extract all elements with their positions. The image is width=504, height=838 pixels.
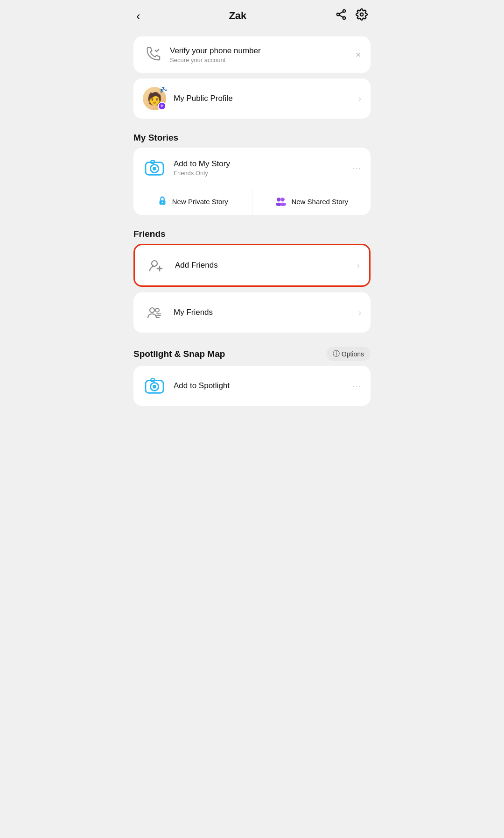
svg-point-12 [277,198,280,201]
verify-phone-row[interactable]: Verify your phone number Secure your acc… [133,36,371,73]
my-friends-chevron: › [358,308,361,318]
svg-point-13 [281,198,285,201]
header: ‹ Zak [126,0,378,30]
svg-point-11 [161,202,163,203]
new-shared-story-label: New Shared Story [291,198,348,206]
story-bottom-row: New Private Story New Shared Story [133,188,371,215]
spotlight-camera-icon [143,374,166,398]
new-shared-story-button[interactable]: New Shared Story [252,188,371,215]
svg-point-19 [150,308,154,312]
my-friends-main: My Friends [174,308,351,317]
svg-line-3 [339,15,343,18]
back-button[interactable]: ‹ [136,9,140,23]
options-label: Options [342,350,364,358]
add-story-text: Add to My Story Friends Only [174,159,344,177]
spotlight-card: Add to Spotlight ··· [133,366,371,406]
page-title: Zak [229,10,246,22]
add-friends-main: Add Friends [175,261,350,270]
svg-point-20 [155,308,159,312]
shared-story-people-icon [274,196,287,207]
friends-section-label: Friends [133,229,371,239]
spotlight-main: Add to Spotlight [174,381,344,391]
gear-icon[interactable] [356,8,368,23]
my-friends-text: My Friends [174,308,351,317]
add-friends-row[interactable]: Add Friends › [135,245,369,285]
phone-verify-icon [143,45,162,64]
verify-phone-text: Verify your phone number Secure your acc… [170,46,348,64]
spotlight-options-button[interactable]: ⓘ Options [326,347,371,361]
add-friends-chevron: › [357,261,360,270]
public-profile-main: My Public Profile [174,94,351,103]
lock-icon [157,196,168,207]
avatar-plus-icon: + [158,102,166,110]
spotlight-section-header: Spotlight & Snap Map ⓘ Options [133,347,371,361]
my-stories-section-label: My Stories [133,133,371,143]
spotlight-text: Add to Spotlight [174,381,344,391]
add-friends-card: Add Friends › [133,244,371,287]
add-story-sub: Friends Only [174,170,344,177]
spotlight-dots[interactable]: ··· [352,381,361,391]
add-spotlight-row[interactable]: Add to Spotlight ··· [133,366,371,406]
svg-line-4 [339,12,343,14]
my-friends-icon [143,301,166,324]
public-profile-row[interactable]: 🧑 💤 + My Public Profile › [133,78,371,119]
add-friends-text: Add Friends [175,261,350,270]
svg-point-5 [360,13,364,16]
stories-card: Add to My Story Friends Only ··· New Pri… [133,148,371,215]
verify-phone-main: Verify your phone number [170,46,348,56]
svg-point-15 [280,203,286,206]
bitmoji-avatar: 🧑 💤 + [143,87,166,110]
add-story-camera-icon [143,156,166,179]
verify-phone-card: Verify your phone number Secure your acc… [133,36,371,73]
spotlight-section-label: Spotlight & Snap Map [133,349,225,359]
avatar-face: 🧑 💤 + [143,87,166,110]
svg-point-16 [152,261,157,266]
my-friends-row[interactable]: My Friends › [133,292,371,333]
public-profile-chevron: › [358,94,361,104]
share-icon[interactable] [335,8,347,23]
public-profile-text: My Public Profile [174,94,351,103]
svg-point-26 [153,385,156,389]
my-friends-card: My Friends › [133,292,371,333]
new-private-story-button[interactable]: New Private Story [133,188,252,215]
public-profile-card: 🧑 💤 + My Public Profile › [133,78,371,119]
add-friend-icon [144,254,168,277]
add-story-row[interactable]: Add to My Story Friends Only ··· [133,148,371,188]
info-icon: ⓘ [333,349,340,358]
new-private-story-label: New Private Story [172,198,228,206]
verify-phone-close[interactable]: ✕ [355,50,361,59]
add-story-main: Add to My Story [174,159,344,169]
svg-point-8 [153,167,156,170]
add-story-dots[interactable]: ··· [352,163,361,173]
verify-phone-sub: Secure your account [170,57,348,64]
header-icons [335,8,368,23]
